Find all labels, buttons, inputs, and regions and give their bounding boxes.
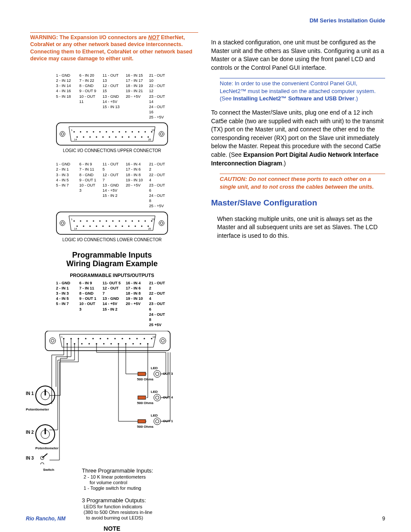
svg-point-31 — [135, 137, 136, 138]
svg-point-11 — [87, 131, 88, 133]
pin: 13 - GND — [103, 296, 121, 301]
pin: 14 - +5V — [103, 301, 121, 306]
warning-prefix: WARNING: The Expansion I/O connectors ar… — [30, 34, 148, 40]
svg-point-47 — [100, 220, 101, 221]
note-box: Note: In order to use the convenient Con… — [220, 78, 385, 103]
svg-point-90 — [81, 343, 82, 345]
pin: 17 - IN 17 — [126, 78, 145, 83]
pin: 18 - IN 8 — [126, 291, 145, 296]
svg-point-98 — [140, 343, 141, 345]
footer-left: Rio Rancho, NM — [26, 516, 65, 522]
label-in1: IN 1 — [26, 391, 34, 396]
pin: 4 - IN 5 — [56, 177, 75, 183]
svg-point-3 — [159, 131, 164, 137]
pin: 6 - IN 9 — [79, 280, 98, 286]
svg-point-86 — [143, 338, 145, 339]
label-led: LED — [151, 414, 158, 417]
pin: 5 - IN 7 — [56, 301, 75, 306]
svg-point-65 — [135, 225, 136, 227]
pin: 2 - IN 12 — [56, 78, 75, 83]
pin: 12 - OUT 15 — [103, 83, 121, 93]
svg-text:1: 1 — [71, 129, 73, 131]
pin: 25 - +5V — [149, 203, 168, 208]
svg-point-67 — [148, 225, 149, 227]
wiring-diagram: 113 — [26, 331, 198, 466]
label-pot1: Potentiometer — [26, 408, 49, 411]
svg-point-81 — [107, 338, 108, 339]
right-p1: In a stacked configuration, one unit mus… — [211, 38, 385, 72]
pin: 17 - IN 6 — [126, 286, 145, 291]
pin: 17 - IN 6 — [126, 167, 145, 172]
pin: 10 - OUT 3 — [79, 183, 98, 193]
label-in2: IN 2 — [26, 430, 34, 435]
svg-point-46 — [93, 220, 94, 221]
pin: 16 - IN 4 — [126, 162, 145, 167]
pin: 8 - GND — [79, 83, 98, 88]
pin: 7 - IN 11 — [79, 167, 98, 172]
upper-pin-table: 1 - GND 2 - IN 12 3 - IN 14 4 - IN 16 5 … — [56, 73, 168, 120]
svg-point-58 — [90, 225, 91, 227]
label-out1: OUT 1 — [163, 419, 173, 423]
svg-point-25 — [96, 137, 97, 138]
svg-point-52 — [132, 220, 133, 221]
label-pot2: Potentiometer — [35, 446, 59, 450]
pin: 8 - GND — [79, 172, 98, 177]
svg-rect-34 — [56, 212, 168, 234]
svg-point-51 — [125, 220, 127, 221]
svg-point-24 — [90, 137, 91, 138]
warning-box: WARNING: The Expansion I/O connectors ar… — [30, 32, 198, 62]
svg-point-22 — [77, 137, 78, 138]
svg-point-54 — [145, 220, 146, 221]
pin: 24 - OUT 16 — [149, 104, 168, 115]
example-pin-table: 1 - GND 2 - IN 1 3 - IN 3 4 - IN 5 5 - I… — [56, 280, 168, 327]
svg-text:13: 13 — [152, 129, 155, 131]
svg-point-10 — [80, 131, 81, 133]
pin: 7 - IN 22 — [79, 78, 98, 83]
common-note: NOTE Common Connections can be used for … — [26, 525, 198, 532]
pin: 19 - IN 10 — [126, 177, 145, 183]
svg-line-117 — [42, 454, 47, 458]
pin: 16 - IN 15 — [126, 73, 145, 78]
pin: 18 - IN 19 — [126, 83, 145, 88]
svg-point-32 — [141, 137, 143, 138]
pin: 24 - OUT 8 — [149, 193, 168, 203]
pin: 11- OUT 5 — [103, 280, 121, 286]
svg-point-60 — [103, 225, 104, 227]
svg-point-21 — [151, 131, 153, 133]
warning-not: NOT — [148, 34, 159, 40]
section-subtitle: PROGRAMMABLE INPUTS/OUTPUTS — [26, 273, 198, 278]
svg-point-107 — [154, 418, 161, 425]
svg-point-38 — [160, 222, 163, 224]
pin: 2 - IN 1 — [56, 167, 75, 172]
svg-point-71 — [160, 338, 166, 344]
pin: 15 - IN 2 — [103, 193, 121, 198]
pin: 20 - +5V — [126, 301, 145, 306]
svg-point-43 — [74, 220, 75, 221]
connector-db25-upper: 113 1425 — [56, 122, 168, 146]
svg-point-20 — [145, 131, 146, 133]
pin: 23 - OUT 14 — [149, 94, 168, 104]
label-switch: Switch — [43, 468, 54, 472]
pin: 16 - IN 4 — [126, 280, 145, 286]
section-title: Programmable Inputs Wiring Diagram Examp… — [26, 251, 198, 268]
svg-point-44 — [80, 220, 81, 221]
connector-db25-lower: 113 1425 — [56, 212, 168, 235]
right-p3: When stacking multiple units, one unit i… — [217, 215, 385, 240]
svg-point-23 — [83, 137, 84, 138]
pin: 1 - GND — [56, 280, 75, 286]
svg-point-16 — [119, 131, 120, 133]
svg-point-35 — [60, 221, 65, 226]
pin: 19 - IN 21 — [126, 88, 145, 93]
pin: 9 - OUT 1 — [79, 177, 98, 183]
pin: 1 - GND — [56, 162, 75, 167]
pin: 15 - IN 2 — [103, 307, 121, 312]
svg-point-59 — [96, 225, 97, 227]
svg-point-30 — [128, 137, 130, 138]
pin: 10 - OUT 3 — [79, 301, 98, 311]
svg-point-108 — [156, 420, 159, 423]
svg-point-55 — [151, 220, 153, 221]
caution-box: CAUTION: Do not connect these ports to e… — [220, 174, 385, 190]
svg-rect-0 — [56, 123, 168, 145]
upper-caption: LOGIC I/O CONNECTIONS UPPER CONNECTOR — [26, 148, 198, 153]
svg-point-69 — [50, 338, 56, 344]
